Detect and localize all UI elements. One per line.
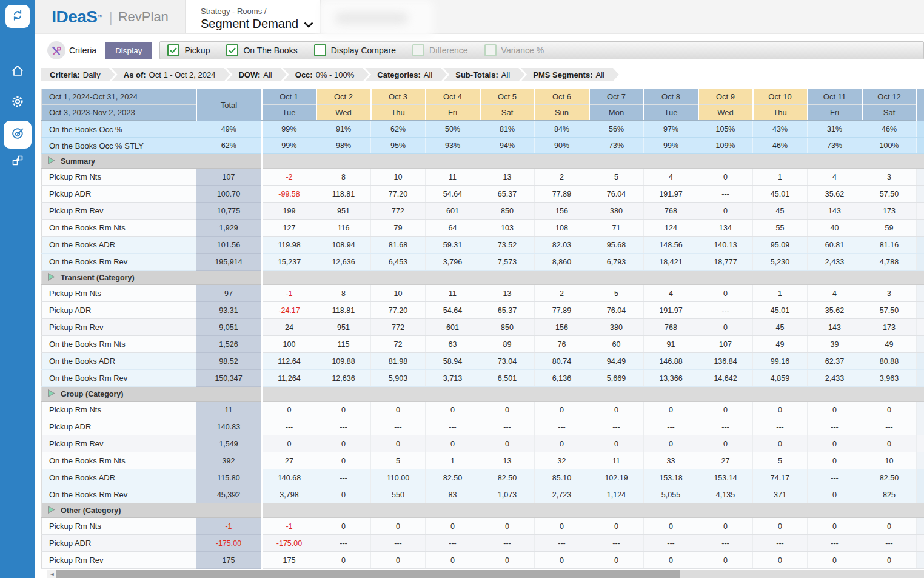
data-cell: --- [480, 535, 535, 552]
data-cell: 31% [808, 121, 862, 138]
sidebar-item-integrations[interactable] [10, 153, 25, 170]
data-cell: 0 [426, 552, 480, 569]
total-cell: -1 [196, 518, 262, 535]
data-cell: 191.97 [644, 302, 698, 319]
data-cell: 98% [316, 138, 371, 154]
sidebar-item-home[interactable] [10, 64, 25, 81]
checkbox-box [226, 44, 238, 56]
data-cell: 156 [535, 203, 589, 220]
row-label-cell: Pickup Rm Nts [42, 285, 196, 302]
data-cell: 140.13 [698, 237, 753, 254]
data-cell: --- [262, 418, 316, 435]
sliver-cell [917, 237, 924, 254]
data-cell: 65.37 [480, 302, 535, 319]
checkbox-display-compare[interactable]: Display Compare [314, 44, 396, 56]
criteria-label[interactable]: Criteria [69, 45, 96, 55]
sliver-cell [917, 186, 924, 203]
data-cell: --- [371, 418, 426, 435]
display-button[interactable]: Display [105, 42, 152, 59]
period-stly-cell: Oct 3, 2023-Nov 2, 2023 [42, 105, 196, 121]
checkbox-label: Difference [429, 45, 468, 55]
data-cell: --- [644, 535, 698, 552]
data-cell: 5 [371, 452, 426, 469]
data-cell: 76 [535, 336, 589, 353]
data-cell: 107 [698, 336, 753, 353]
data-cell: 768 [644, 319, 698, 336]
display-options-strip: PickupOn The BooksDisplay CompareDiffere… [159, 41, 924, 59]
sync-icon [11, 8, 24, 24]
data-cell: 49 [862, 336, 917, 353]
section-header-row: Other (Category) [42, 503, 924, 518]
filter-bar: Criteria:DailyAs of:Oct 1 - Oct 2, 2024D… [41, 68, 924, 81]
checkbox-label: Pickup [184, 45, 210, 55]
sidebar-item-strategy-active[interactable] [4, 121, 32, 149]
data-cell: 59 [862, 220, 917, 237]
data-cell: 13 [480, 169, 535, 186]
total-cell: 115.80 [196, 469, 262, 486]
data-cell: 90% [535, 138, 589, 154]
data-cell: --- [316, 469, 371, 486]
data-cell: 109.88 [316, 353, 371, 370]
filter-label: PMS Segments: [533, 70, 592, 79]
sidebar-item-sync[interactable] [5, 5, 30, 28]
filter-as-of-[interactable]: As of:Oct 1 - Oct 2, 2024 [112, 68, 230, 81]
data-cell: 8,860 [535, 254, 589, 271]
filter-value: All [263, 70, 272, 79]
data-cell: --- [426, 418, 480, 435]
data-cell: 108.94 [316, 237, 371, 254]
data-cell: 73.52 [480, 237, 535, 254]
sliver-cell [917, 319, 924, 336]
expand-icon[interactable] [47, 389, 55, 399]
expand-icon[interactable] [47, 156, 55, 166]
logo-divider: | [109, 8, 112, 25]
sliver-cell [917, 169, 924, 186]
criteria-tools-icon[interactable] [47, 41, 65, 59]
data-cell: -99.58 [262, 186, 316, 203]
data-cell: 58.94 [426, 353, 480, 370]
puzzle-icon [10, 153, 25, 170]
checkbox-on-the-books[interactable]: On The Books [226, 44, 297, 56]
row-label-cell: Pickup ADR [42, 302, 196, 319]
filter-sub-totals-[interactable]: Sub-Totals:All [443, 68, 524, 81]
data-cell: 81.68 [371, 237, 426, 254]
data-cell: 45 [753, 319, 808, 336]
filter-criteria-[interactable]: Criteria:Daily [41, 68, 115, 81]
sliver-cell [917, 302, 924, 319]
data-cell: 0 [698, 319, 753, 336]
filter-categories-[interactable]: Categories:All [365, 68, 447, 81]
sliver-cell [917, 370, 924, 387]
data-cell: 951 [316, 203, 371, 220]
page-title-dropdown[interactable]: Segment Demand [201, 17, 320, 31]
data-cell: 18,777 [698, 254, 753, 271]
filter-dow-[interactable]: DOW:All [226, 68, 286, 81]
table-row: Pickup Rm Rev1,549000000000000 [42, 435, 924, 452]
data-cell: --- [535, 535, 589, 552]
section-title: Summary [61, 157, 95, 166]
dow-header-cell: Sat [862, 105, 917, 121]
data-cell: 102.19 [589, 469, 644, 486]
expand-icon[interactable] [47, 273, 55, 283]
data-cell: --- [426, 535, 480, 552]
sidebar-item-settings[interactable] [10, 94, 25, 112]
data-cell: 46% [753, 138, 808, 154]
row-label-cell: On the Books Rm Rev [42, 254, 196, 271]
row-label-cell: On the Books Rm Rev [42, 370, 196, 387]
data-cell: 0 [316, 518, 371, 535]
total-cell: 1,549 [196, 435, 262, 452]
data-cell: --- [698, 302, 753, 319]
data-cell: 0 [371, 552, 426, 569]
data-cell: 2,433 [808, 254, 862, 271]
scrollbar-thumb[interactable] [56, 570, 680, 578]
data-cell: 2,433 [808, 370, 862, 387]
data-cell: 5,230 [753, 254, 808, 271]
checkbox-pickup[interactable]: Pickup [167, 44, 210, 56]
expand-icon[interactable] [47, 506, 55, 516]
filter-pms-segments-[interactable]: PMS Segments:All [521, 68, 619, 81]
scroll-left-button[interactable]: ◄ [47, 570, 56, 578]
filter-occ-[interactable]: Occ:0% - 100% [283, 68, 369, 81]
section-header-row: Summary [42, 154, 924, 169]
data-cell: 112.64 [262, 353, 316, 370]
data-cell: 89 [480, 336, 535, 353]
table-row: On the Books Rm Nts1,9291271167964103108… [42, 220, 924, 237]
horizontal-scrollbar[interactable]: ◄ [47, 570, 924, 578]
